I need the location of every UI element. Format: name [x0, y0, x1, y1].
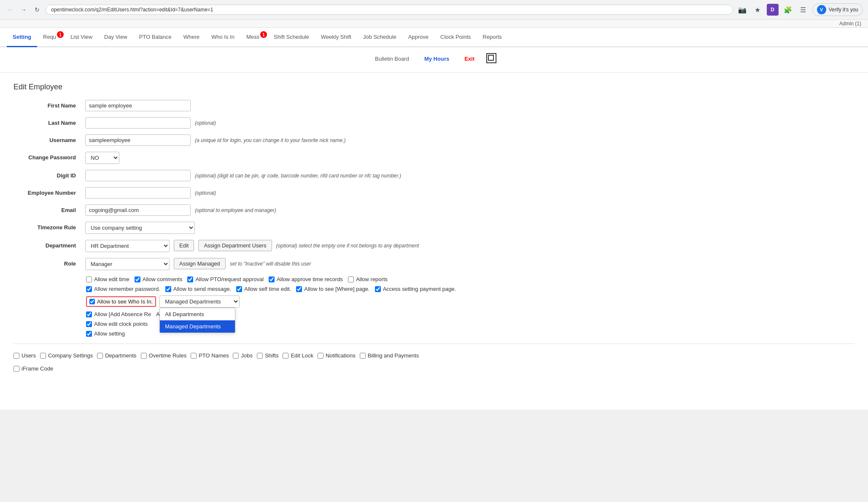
cb-allow-edit-time-input[interactable]: [86, 277, 92, 282]
cb-allow-self-time-edit-input[interactable]: [236, 286, 242, 292]
cb-access-setting-payment[interactable]: Access setting payment page.: [375, 286, 456, 292]
extension-puzzle-button[interactable]: 🧩: [782, 4, 794, 16]
role-select[interactable]: Manager: [85, 258, 170, 270]
perm-users[interactable]: Users: [13, 352, 36, 359]
digit-id-input[interactable]: [85, 170, 191, 181]
perm-notifications-input[interactable]: [318, 353, 323, 359]
nav-tab-weekly-shift[interactable]: Weekly Shift: [315, 28, 357, 47]
refresh-button[interactable]: ↻: [32, 5, 42, 15]
cb-allow-add-absence-input[interactable]: [86, 311, 92, 317]
employee-number-hint: (optional): [195, 187, 216, 196]
nav-tab-reports[interactable]: Reports: [477, 28, 508, 47]
requests-badge: 1: [57, 31, 64, 38]
forward-button[interactable]: →: [19, 5, 29, 15]
nav-tab-bulletin-board[interactable]: Bulletin Board: [369, 50, 415, 69]
nav-tab-approve[interactable]: Approve: [402, 28, 434, 47]
star-button[interactable]: ★: [752, 4, 763, 16]
cb-allow-reports-input[interactable]: [348, 277, 354, 282]
cb-allow-approve-time[interactable]: Allow approve time records: [269, 276, 343, 282]
cb-allow-pto-request-input[interactable]: [187, 277, 193, 282]
cb-allow-see-where-input[interactable]: [296, 286, 302, 292]
cb-allow-setting[interactable]: Allow setting: [86, 330, 125, 337]
perm-notifications[interactable]: Notifications: [318, 352, 356, 359]
nav-tab-mess[interactable]: Mess 1: [240, 28, 268, 47]
timezone-rule-select[interactable]: Use company setting: [85, 222, 195, 234]
cb-allow-setting-input[interactable]: [86, 331, 92, 337]
perm-billing-payments[interactable]: Billing and Payments: [360, 352, 419, 359]
nav-tab-exit[interactable]: Exit: [458, 50, 480, 69]
department-edit-button[interactable]: Edit: [174, 240, 194, 251]
perm-departments-input[interactable]: [97, 353, 103, 359]
top-nav: Setting Requ 1 List View Day View PTO Ba…: [0, 28, 868, 47]
extensions-button[interactable]: ☰: [797, 4, 809, 16]
profile-avatar: V: [817, 5, 826, 14]
expand-icon-tab[interactable]: [484, 49, 499, 69]
who-is-in-row: Allow to see Who Is In. Managed Departme…: [86, 295, 855, 308]
department-assign-button[interactable]: Assign Department Users: [198, 240, 272, 251]
cb-allow-comments[interactable]: Allow comments: [135, 276, 183, 282]
email-input[interactable]: [85, 204, 191, 216]
cb-allow-send-message[interactable]: Allow to send message.: [165, 286, 231, 292]
department-select[interactable]: HR Department: [85, 240, 170, 252]
cb-allow-remember-password[interactable]: Allow remember password.: [86, 286, 160, 292]
nav-tab-clock-points[interactable]: Clock Points: [434, 28, 477, 47]
perm-users-input[interactable]: [13, 353, 19, 359]
perm-shifts-input[interactable]: [257, 353, 263, 359]
screenshot-button[interactable]: 📷: [736, 4, 748, 16]
cb-allow-send-message-input[interactable]: [165, 286, 171, 292]
back-button[interactable]: ←: [5, 5, 15, 15]
perm-pto-names-input[interactable]: [191, 353, 197, 359]
cb-allow-pto-request[interactable]: Allow PTO/request approval: [187, 276, 264, 282]
perm-overtime-rules[interactable]: Overtime Rules: [141, 352, 187, 359]
cb-allow-edit-clock-points[interactable]: Allow edit clock points: [86, 321, 148, 327]
perm-edit-lock[interactable]: Edit Lock: [283, 352, 313, 359]
nav-tab-job-schedule[interactable]: Job Schedule: [357, 28, 402, 47]
cb-allow-edit-time[interactable]: Allow edit time: [86, 276, 129, 282]
nav-tab-list-view[interactable]: List View: [65, 28, 98, 47]
cb-allow-edit-clock-points-input[interactable]: [86, 321, 92, 327]
perm-company-settings[interactable]: Company Settings: [40, 352, 93, 359]
nav-tab-shift-schedule[interactable]: Shift Schedule: [268, 28, 315, 47]
last-name-input[interactable]: [85, 117, 191, 129]
cb-allow-comments-input[interactable]: [135, 277, 140, 282]
perm-edit-lock-input[interactable]: [283, 353, 288, 359]
cb-allow-add-absence[interactable]: Allow [Add Absence Re: [86, 311, 151, 317]
nav-tab-where[interactable]: Where: [178, 28, 205, 47]
dropdown-option-all-departments[interactable]: All Departments: [160, 308, 235, 320]
perm-jobs[interactable]: Jobs: [233, 352, 252, 359]
perm-pto-names[interactable]: PTO Names: [191, 352, 229, 359]
perm-jobs-input[interactable]: [233, 353, 239, 359]
extension-d-button[interactable]: D: [767, 4, 779, 16]
cb-allow-see-who-is-in-input[interactable]: [89, 299, 95, 304]
nav-tab-pto-balance[interactable]: PTO Balance: [133, 28, 178, 47]
perm-iframe-code[interactable]: iFrame Code: [13, 365, 53, 372]
nav-tab-requests[interactable]: Requ 1: [37, 28, 65, 47]
username-input[interactable]: [85, 134, 191, 146]
who-is-in-dropdown[interactable]: Managed Departments All Departments: [159, 295, 240, 308]
change-password-row: Change Password NO YES: [13, 152, 855, 164]
perm-shifts[interactable]: Shifts: [257, 352, 279, 359]
cb-allow-see-where[interactable]: Allow to see [Where] page.: [296, 286, 369, 292]
profile-button[interactable]: V Verify it's you: [812, 3, 863, 16]
employee-number-input[interactable]: [85, 187, 191, 199]
first-name-input[interactable]: [85, 100, 191, 111]
perm-departments[interactable]: Departments: [97, 352, 136, 359]
cb-allow-reports[interactable]: Allow reports: [348, 276, 388, 282]
sub-nav: Bulletin Board My Hours Exit: [0, 47, 868, 72]
cb-allow-approve-time-input[interactable]: [269, 277, 275, 282]
cb-access-setting-payment-input[interactable]: [375, 286, 381, 292]
nav-tab-who-is-in[interactable]: Who Is In: [205, 28, 240, 47]
perm-company-settings-input[interactable]: [40, 353, 46, 359]
cb-allow-remember-password-input[interactable]: [86, 286, 92, 292]
admin-label: Admin (1): [839, 21, 861, 27]
dropdown-option-managed-departments[interactable]: Managed Departments: [160, 320, 235, 333]
perm-overtime-rules-input[interactable]: [141, 353, 147, 359]
cb-allow-self-time-edit[interactable]: Allow self time edit.: [236, 286, 291, 292]
nav-tab-setting[interactable]: Setting: [7, 28, 37, 47]
perm-billing-payments-input[interactable]: [360, 353, 366, 359]
change-password-select[interactable]: NO YES: [85, 152, 119, 164]
perm-iframe-code-input[interactable]: [13, 366, 19, 372]
nav-tab-day-view[interactable]: Day View: [98, 28, 133, 47]
nav-tab-my-hours[interactable]: My Hours: [418, 50, 455, 69]
role-assign-button[interactable]: Assign Managed: [174, 258, 226, 269]
